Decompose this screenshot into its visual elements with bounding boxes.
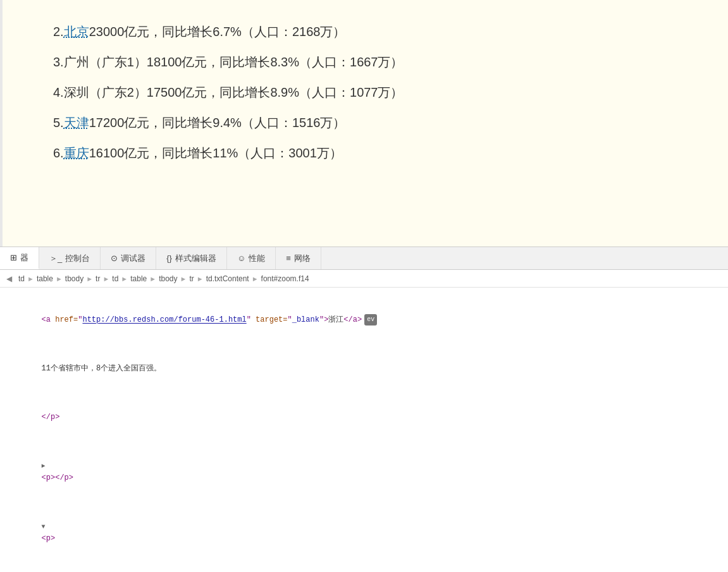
breadcrumb-font-zoom[interactable]: font#zoom.f14 <box>261 274 309 283</box>
item-3-text: 3.广州（广东1）18100亿元，同比增长8.3%（人口：1667万） <box>53 55 404 69</box>
item-number-2: 2. <box>53 25 64 39</box>
expand-btn-2[interactable]: ▼ <box>42 522 49 530</box>
breadcrumb-tbody-2[interactable]: tbody <box>159 274 177 283</box>
tab-performance-label: 性能 <box>249 253 265 264</box>
tab-network-label: 网络 <box>294 253 311 264</box>
debugger-icon: ⊙ <box>111 253 118 263</box>
item-6-stats: 16100亿元，同比增长11%（人口：3001万） <box>89 146 342 160</box>
breadcrumb-left-arrow[interactable]: ◀ <box>6 274 12 283</box>
tab-performance[interactable]: ☺ 性能 <box>227 247 276 269</box>
tab-console-label: 控制台 <box>65 253 90 264</box>
code-line-text-province: 11个省辖市中，8个进入全国百强。 <box>0 339 728 387</box>
item-2-stats: 23000亿元，同比增长6.7%（人口：2168万） <box>89 25 346 39</box>
network-icon: ≡ <box>286 253 291 263</box>
breadcrumb-tbody-1[interactable]: tbody <box>65 274 83 283</box>
code-line-close-p-1: </p> <box>0 387 728 436</box>
code-panel[interactable]: <a href="http://bbs.redsh.com/forum-46-1… <box>0 288 728 572</box>
tianjin-link[interactable]: 天津 <box>64 116 89 130</box>
tab-debugger-label: 调试器 <box>121 253 145 264</box>
devtools-panel: ⊞ 器 ＞_ 控制台 ⊙ 调试器 {} 样式编辑器 ☺ 性能 ≡ 网络 ◀ td… <box>0 246 728 572</box>
top-content-area: 2.北京23000亿元，同比增长6.7%（人口：2168万） 3.广州（广东1）… <box>0 0 728 246</box>
style-icon: {} <box>166 253 172 263</box>
city-item-4: 4.深圳（广东2）17500亿元，同比增长8.9%（人口：1077万） <box>53 81 690 104</box>
forum-46-link[interactable]: http://bbs.redsh.com/forum-46-1.html <box>82 316 246 325</box>
sep3: ► <box>86 275 93 283</box>
sep9: ► <box>252 275 259 283</box>
breadcrumb-table-1[interactable]: table <box>37 274 53 283</box>
sep5: ► <box>121 275 128 283</box>
breadcrumb-td-1[interactable]: td <box>18 274 25 283</box>
city-item-3: 3.广州（广东1）18100亿元，同比增长8.3%（人口：1667万） <box>53 51 690 73</box>
beijing-link[interactable]: 北京 <box>64 25 89 39</box>
breadcrumb-table-2[interactable]: table <box>130 274 147 283</box>
code-line-zhejiang-a: <a href="http://bbs.redsh.com/forum-46-1… <box>0 290 728 339</box>
sep6: ► <box>149 275 156 283</box>
tab-elements-label: 器 <box>20 252 28 264</box>
city-item-6: 6.重庆16100亿元，同比增长11%（人口：3001万） <box>53 142 690 164</box>
code-line-empty-p-1: ► <p></p> <box>0 435 728 496</box>
expand-btn-1[interactable]: ► <box>42 461 49 469</box>
event-badge-zhejiang: ev <box>364 314 377 326</box>
sep7: ► <box>180 275 187 283</box>
sep1: ► <box>27 275 34 283</box>
item-4-text: 4.深圳（广东2）17500亿元，同比增长8.9%（人口：1077万） <box>53 85 404 99</box>
breadcrumb-bar: ◀ td ► table ► tbody ► tr ► td ► table ►… <box>0 270 728 288</box>
tab-style-editor[interactable]: {} 样式编辑器 <box>156 247 227 269</box>
devtools-toolbar: ⊞ 器 ＞_ 控制台 ⊙ 调试器 {} 样式编辑器 ☺ 性能 ≡ 网络 <box>0 247 728 270</box>
console-icon: ＞_ <box>49 253 62 264</box>
tab-console[interactable]: ＞_ 控制台 <box>39 247 101 269</box>
item-5-stats: 17200亿元，同比增长9.4%（人口：1516万） <box>89 116 346 130</box>
city-item-5: 5.天津17200亿元，同比增长9.4%（人口：1516万） <box>53 111 690 134</box>
tab-debugger[interactable]: ⊙ 调试器 <box>101 247 156 269</box>
tab-elements[interactable]: ⊞ 器 <box>0 247 39 269</box>
city-item-2: 2.北京23000亿元，同比增长6.7%（人口：2168万） <box>53 20 690 43</box>
breadcrumb-tr-1[interactable]: tr <box>96 274 100 283</box>
tab-network[interactable]: ≡ 网络 <box>276 247 321 269</box>
elements-icon: ⊞ <box>10 253 17 262</box>
breadcrumb-td-2[interactable]: td <box>112 274 118 283</box>
performance-icon: ☺ <box>237 253 245 263</box>
item-number-6: 6. <box>53 146 64 160</box>
code-line-open-p-shanghai: ▼ <p> <box>0 496 728 557</box>
chongqing-link[interactable]: 重庆 <box>64 146 89 160</box>
item-number-5: 5. <box>53 116 64 130</box>
sep4: ► <box>102 275 109 283</box>
sep8: ► <box>197 275 204 283</box>
code-line-number-1: 1. <box>0 557 728 572</box>
breadcrumb-td-txtcontent[interactable]: td.txtContent <box>206 274 249 283</box>
tab-style-label: 样式编辑器 <box>175 253 216 264</box>
breadcrumb-tr-2[interactable]: tr <box>189 274 194 283</box>
sep2: ► <box>56 275 63 283</box>
